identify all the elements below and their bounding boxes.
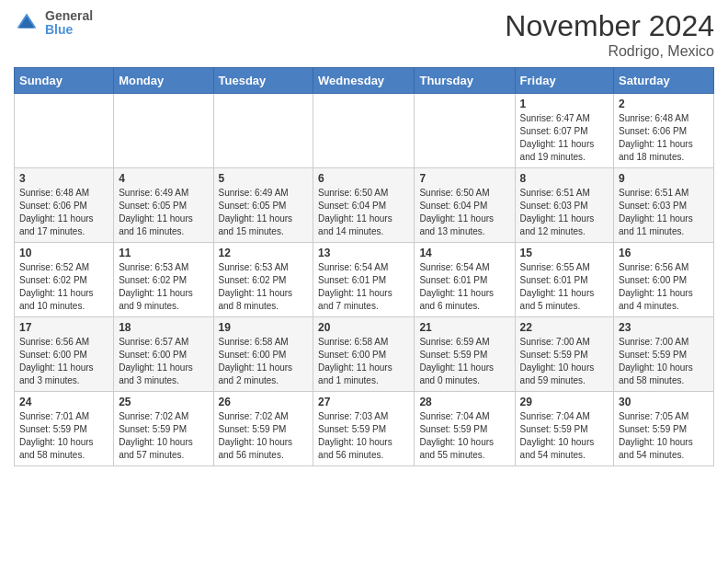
day-number: 2 bbox=[619, 98, 709, 110]
day-number: 22 bbox=[520, 321, 609, 334]
day-info: Sunrise: 7:05 AMSunset: 5:59 PMDaylight:… bbox=[619, 410, 709, 462]
calendar-cell bbox=[15, 94, 114, 168]
calendar-cell: 15Sunrise: 6:55 AMSunset: 6:01 PMDayligh… bbox=[515, 243, 613, 317]
day-info: Sunrise: 7:02 AMSunset: 5:59 PMDaylight:… bbox=[219, 410, 309, 462]
calendar-cell: 6Sunrise: 6:50 AMSunset: 6:04 PMDaylight… bbox=[313, 168, 415, 243]
calendar-cell: 5Sunrise: 6:49 AMSunset: 6:05 PMDaylight… bbox=[213, 168, 313, 243]
day-info: Sunrise: 7:04 AMSunset: 5:59 PMDaylight:… bbox=[419, 410, 509, 462]
calendar-cell: 1Sunrise: 6:47 AMSunset: 6:07 PMDaylight… bbox=[515, 94, 613, 168]
day-info: Sunrise: 7:00 AMSunset: 5:59 PMDaylight:… bbox=[520, 336, 609, 387]
day-info: Sunrise: 6:55 AMSunset: 6:01 PMDaylight:… bbox=[520, 261, 609, 313]
calendar-cell bbox=[415, 94, 515, 168]
calendar-cell: 7Sunrise: 6:50 AMSunset: 6:04 PMDaylight… bbox=[415, 168, 515, 243]
calendar-cell: 10Sunrise: 6:52 AMSunset: 6:02 PMDayligh… bbox=[15, 243, 114, 317]
calendar-cell: 27Sunrise: 7:03 AMSunset: 5:59 PMDayligh… bbox=[313, 392, 415, 466]
calendar-cell: 4Sunrise: 6:49 AMSunset: 6:05 PMDaylight… bbox=[114, 168, 213, 243]
day-number: 6 bbox=[318, 172, 409, 185]
day-info: Sunrise: 6:48 AMSunset: 6:06 PMDaylight:… bbox=[19, 187, 108, 238]
logo-line1: General bbox=[45, 9, 93, 23]
day-number: 7 bbox=[419, 172, 509, 185]
day-number: 23 bbox=[619, 321, 709, 334]
weekday-header: Friday bbox=[515, 68, 613, 94]
calendar-cell bbox=[313, 94, 415, 168]
calendar-cell: 16Sunrise: 6:56 AMSunset: 6:00 PMDayligh… bbox=[614, 243, 714, 317]
calendar-cell: 26Sunrise: 7:02 AMSunset: 5:59 PMDayligh… bbox=[213, 392, 313, 466]
page: General Blue November 2024 Rodrigo, Mexi… bbox=[0, 0, 728, 480]
day-info: Sunrise: 6:52 AMSunset: 6:02 PMDaylight:… bbox=[19, 261, 108, 313]
day-number: 17 bbox=[19, 321, 108, 334]
day-number: 11 bbox=[119, 247, 208, 259]
calendar-cell: 13Sunrise: 6:54 AMSunset: 6:01 PMDayligh… bbox=[313, 243, 415, 317]
weekday-header: Thursday bbox=[415, 68, 515, 94]
calendar-cell: 18Sunrise: 6:57 AMSunset: 6:00 PMDayligh… bbox=[114, 317, 213, 392]
day-number: 18 bbox=[119, 321, 208, 334]
calendar-cell: 20Sunrise: 6:58 AMSunset: 6:00 PMDayligh… bbox=[313, 317, 415, 392]
calendar-cell: 29Sunrise: 7:04 AMSunset: 5:59 PMDayligh… bbox=[515, 392, 613, 466]
day-info: Sunrise: 6:57 AMSunset: 6:00 PMDaylight:… bbox=[119, 336, 208, 387]
logo-text: General Blue bbox=[45, 9, 93, 38]
calendar-week-row: 3Sunrise: 6:48 AMSunset: 6:06 PMDaylight… bbox=[15, 168, 714, 243]
day-number: 26 bbox=[219, 396, 309, 408]
weekday-header: Saturday bbox=[614, 68, 714, 94]
day-number: 19 bbox=[219, 321, 309, 334]
calendar-week-row: 24Sunrise: 7:01 AMSunset: 5:59 PMDayligh… bbox=[15, 392, 714, 466]
day-info: Sunrise: 6:49 AMSunset: 6:05 PMDaylight:… bbox=[219, 187, 309, 238]
calendar-cell: 12Sunrise: 6:53 AMSunset: 6:02 PMDayligh… bbox=[213, 243, 313, 317]
day-number: 8 bbox=[520, 172, 609, 185]
title-block: November 2024 Rodrigo, Mexico bbox=[505, 9, 714, 60]
calendar-header-row: SundayMondayTuesdayWednesdayThursdayFrid… bbox=[15, 68, 714, 94]
day-info: Sunrise: 6:48 AMSunset: 6:06 PMDaylight:… bbox=[619, 112, 709, 164]
calendar-cell: 17Sunrise: 6:56 AMSunset: 6:00 PMDayligh… bbox=[15, 317, 114, 392]
weekday-header: Tuesday bbox=[213, 68, 313, 94]
calendar-cell: 21Sunrise: 6:59 AMSunset: 5:59 PMDayligh… bbox=[415, 317, 515, 392]
day-number: 20 bbox=[318, 321, 409, 334]
day-number: 14 bbox=[419, 247, 509, 259]
day-number: 24 bbox=[19, 396, 108, 408]
day-info: Sunrise: 6:49 AMSunset: 6:05 PMDaylight:… bbox=[119, 187, 208, 238]
day-number: 10 bbox=[19, 247, 108, 259]
day-info: Sunrise: 7:02 AMSunset: 5:59 PMDaylight:… bbox=[119, 410, 208, 462]
calendar-cell: 25Sunrise: 7:02 AMSunset: 5:59 PMDayligh… bbox=[114, 392, 213, 466]
day-number: 12 bbox=[219, 247, 309, 259]
calendar-week-row: 10Sunrise: 6:52 AMSunset: 6:02 PMDayligh… bbox=[15, 243, 714, 317]
calendar-cell bbox=[213, 94, 313, 168]
header: General Blue November 2024 Rodrigo, Mexi… bbox=[14, 9, 714, 60]
day-info: Sunrise: 6:56 AMSunset: 6:00 PMDaylight:… bbox=[619, 261, 709, 313]
day-info: Sunrise: 6:53 AMSunset: 6:02 PMDaylight:… bbox=[219, 261, 309, 313]
day-info: Sunrise: 7:01 AMSunset: 5:59 PMDaylight:… bbox=[19, 410, 108, 462]
calendar-cell: 23Sunrise: 7:00 AMSunset: 5:59 PMDayligh… bbox=[614, 317, 714, 392]
calendar-cell: 28Sunrise: 7:04 AMSunset: 5:59 PMDayligh… bbox=[415, 392, 515, 466]
day-info: Sunrise: 6:47 AMSunset: 6:07 PMDaylight:… bbox=[520, 112, 609, 164]
day-number: 16 bbox=[619, 247, 709, 259]
day-info: Sunrise: 6:58 AMSunset: 6:00 PMDaylight:… bbox=[318, 336, 409, 387]
logo: General Blue bbox=[14, 9, 93, 38]
calendar-cell: 24Sunrise: 7:01 AMSunset: 5:59 PMDayligh… bbox=[15, 392, 114, 466]
calendar-cell: 2Sunrise: 6:48 AMSunset: 6:06 PMDaylight… bbox=[614, 94, 714, 168]
day-info: Sunrise: 7:03 AMSunset: 5:59 PMDaylight:… bbox=[318, 410, 409, 462]
day-number: 3 bbox=[19, 172, 108, 185]
logo-line2: Blue bbox=[45, 23, 93, 37]
day-info: Sunrise: 6:50 AMSunset: 6:04 PMDaylight:… bbox=[419, 187, 509, 238]
day-info: Sunrise: 6:56 AMSunset: 6:00 PMDaylight:… bbox=[19, 336, 108, 387]
calendar-cell: 8Sunrise: 6:51 AMSunset: 6:03 PMDaylight… bbox=[515, 168, 613, 243]
logo-icon bbox=[14, 10, 40, 36]
weekday-header: Wednesday bbox=[313, 68, 415, 94]
calendar-cell: 9Sunrise: 6:51 AMSunset: 6:03 PMDaylight… bbox=[614, 168, 714, 243]
day-info: Sunrise: 7:00 AMSunset: 5:59 PMDaylight:… bbox=[619, 336, 709, 387]
calendar-week-row: 17Sunrise: 6:56 AMSunset: 6:00 PMDayligh… bbox=[15, 317, 714, 392]
day-number: 4 bbox=[119, 172, 208, 185]
calendar-week-row: 1Sunrise: 6:47 AMSunset: 6:07 PMDaylight… bbox=[15, 94, 714, 168]
weekday-header: Sunday bbox=[15, 68, 114, 94]
day-number: 21 bbox=[419, 321, 509, 334]
day-number: 13 bbox=[318, 247, 409, 259]
day-info: Sunrise: 6:53 AMSunset: 6:02 PMDaylight:… bbox=[119, 261, 208, 313]
calendar-cell: 14Sunrise: 6:54 AMSunset: 6:01 PMDayligh… bbox=[415, 243, 515, 317]
day-info: Sunrise: 7:04 AMSunset: 5:59 PMDaylight:… bbox=[520, 410, 609, 462]
day-info: Sunrise: 6:54 AMSunset: 6:01 PMDaylight:… bbox=[318, 261, 409, 313]
weekday-header: Monday bbox=[114, 68, 213, 94]
calendar-cell: 22Sunrise: 7:00 AMSunset: 5:59 PMDayligh… bbox=[515, 317, 613, 392]
month-title: November 2024 bbox=[505, 9, 714, 43]
day-info: Sunrise: 6:50 AMSunset: 6:04 PMDaylight:… bbox=[318, 187, 409, 238]
day-info: Sunrise: 6:51 AMSunset: 6:03 PMDaylight:… bbox=[619, 187, 709, 238]
calendar-table: SundayMondayTuesdayWednesdayThursdayFrid… bbox=[14, 67, 714, 466]
